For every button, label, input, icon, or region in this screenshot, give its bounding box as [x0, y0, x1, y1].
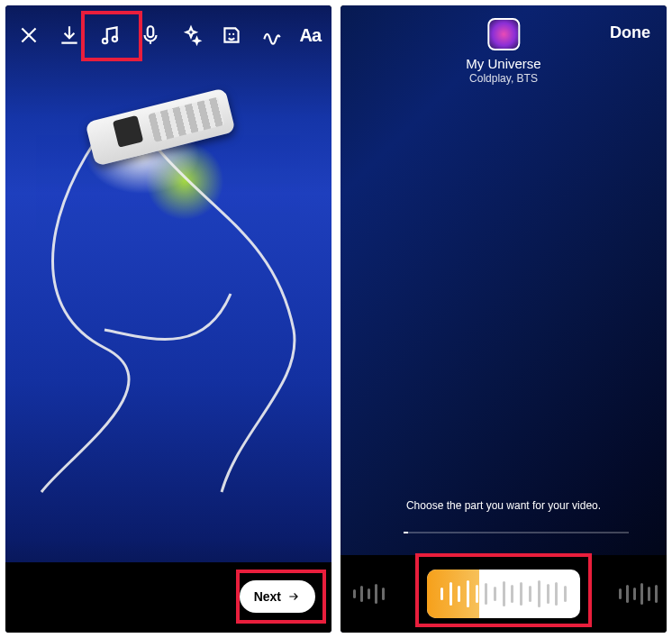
waveform-outside-right — [619, 555, 658, 633]
download-icon[interactable] — [57, 22, 83, 49]
svg-point-3 — [229, 33, 231, 35]
music-icon[interactable] — [97, 22, 123, 49]
song-artist: Coldplay, BTS — [466, 72, 540, 85]
audio-clip-scrubber[interactable] — [427, 570, 580, 618]
svg-point-0 — [103, 39, 107, 43]
story-editor-screen: Aa Next — [5, 5, 331, 633]
scrubber-waveform — [427, 570, 580, 618]
svg-point-4 — [232, 33, 234, 35]
photo-preview-dimmed — [341, 5, 667, 633]
next-button-label: Next — [254, 589, 281, 604]
microphone-icon[interactable] — [138, 22, 164, 49]
scribble-icon[interactable] — [259, 22, 286, 49]
earphone-wires — [5, 5, 331, 573]
selected-song[interactable]: My Universe Coldplay, BTS — [466, 18, 540, 85]
next-button[interactable]: Next — [240, 580, 315, 613]
song-progress-line[interactable] — [404, 532, 629, 533]
close-icon[interactable] — [16, 22, 42, 49]
sticker-icon[interactable] — [219, 22, 245, 49]
album-art — [487, 18, 520, 50]
scrubber-strip — [341, 555, 667, 633]
music-picker-screen: Done My Universe Coldplay, BTS Choose th… — [341, 5, 667, 633]
svg-rect-2 — [148, 26, 154, 37]
waveform-outside-left — [353, 555, 385, 633]
svg-point-1 — [113, 37, 117, 41]
done-button[interactable]: Done — [610, 23, 650, 42]
song-title: My Universe — [466, 56, 540, 71]
text-tool-button[interactable]: Aa — [299, 25, 321, 46]
editor-toolbar: Aa — [16, 22, 321, 49]
sparkles-icon[interactable] — [178, 22, 204, 49]
instruction-text: Choose the part you want for your video. — [341, 499, 667, 512]
